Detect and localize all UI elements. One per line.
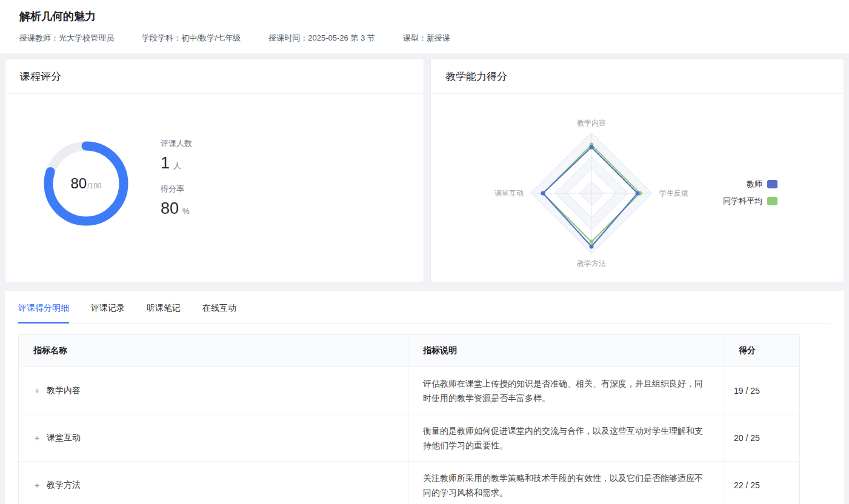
indicator-score-cell: 20 / 25 — [724, 414, 799, 461]
course-score-card: 课程评分 80 /100 评课人数 1 人 得分率 80 % — [5, 58, 424, 282]
tab-listening-notes[interactable]: 听课笔记 — [147, 303, 181, 323]
summary-cards-row: 课程评分 80 /100 评课人数 1 人 得分率 80 % — [0, 53, 849, 282]
stat-evaluator-count-label: 评课人数 — [161, 138, 192, 149]
radar-legend: 教师 同学科平均 — [723, 179, 777, 207]
table-row: + 教学方法 关注教师所采用的教学策略和技术手段的有效性，以及它们是否能够适应不… — [19, 461, 799, 504]
score-detail-table: 指标名称 指标说明 得分 + 教学内容 评估教师在课堂上传授的知识是否准确、相关… — [18, 334, 800, 504]
meta-subject: 学段学科：初中/数学/七年级 — [142, 33, 241, 44]
indicator-desc-cell: 衡量的是教师如何促进课堂内的交流与合作，以及这些互动对学生理解和支持他们学习的重… — [408, 414, 724, 461]
legend-swatch-teacher — [767, 180, 777, 188]
indicator-name-cell: + 课堂互动 — [19, 414, 408, 461]
table-header-row: 指标名称 指标说明 得分 — [19, 335, 799, 366]
legend-item-subject-average[interactable]: 同学科平均 — [723, 196, 777, 207]
indicator-name-cell: + 教学内容 — [19, 367, 408, 414]
stat-score-rate: 80 % — [161, 199, 192, 218]
teaching-ability-card-title: 教学能力得分 — [431, 59, 844, 94]
course-score-card-title: 课程评分 — [5, 59, 424, 94]
meta-teacher: 授课教师：光大学校管理员 — [19, 33, 114, 44]
expand-row-icon[interactable]: + — [33, 386, 41, 396]
indicator-desc-cell: 评估教师在课堂上传授的知识是否准确、相关、有深度，并且组织良好，同时使用的教学资… — [408, 367, 724, 414]
col-header-indicator-name: 指标名称 — [19, 335, 408, 366]
expand-row-icon[interactable]: + — [33, 433, 41, 443]
expand-row-icon[interactable]: + — [33, 480, 41, 490]
details-panel: 评课得分明细 评课记录 听课笔记 在线互动 指标名称 指标说明 得分 + 教学内… — [5, 291, 844, 504]
tab-online-interaction[interactable]: 在线互动 — [202, 303, 236, 323]
col-header-score: 得分 — [724, 335, 799, 366]
stat-evaluator-count: 1 人 — [161, 154, 192, 173]
donut-score-max: /100 — [87, 182, 101, 190]
table-row: + 教学内容 评估教师在课堂上传授的知识是否准确、相关、有深度，并且组织良好，同… — [19, 366, 799, 414]
indicator-desc-cell: 关注教师所采用的教学策略和技术手段的有效性，以及它们是否能够适应不同的学习风格和… — [408, 462, 724, 504]
svg-text:学生反馈: 学生反馈 — [659, 189, 688, 197]
details-tabs: 评课得分明细 评课记录 听课笔记 在线互动 — [18, 291, 831, 323]
score-stats: 评课人数 1 人 得分率 80 % — [161, 138, 192, 229]
tab-score-detail[interactable]: 评课得分明细 — [18, 303, 69, 323]
page-title: 解析几何的魅力 — [19, 8, 831, 24]
donut-score-value: 80 — [70, 175, 87, 192]
course-score-donut-chart: 80 /100 — [41, 138, 132, 229]
indicator-score-cell: 22 / 25 — [724, 462, 799, 504]
svg-text:教学方法: 教学方法 — [577, 259, 606, 268]
teaching-ability-radar-chart: 教学内容学生反馈教学方法课堂互动 — [494, 114, 688, 278]
table-row: + 课堂互动 衡量的是教师如何促进课堂内的交流与合作，以及这些互动对学生理解和支… — [19, 414, 799, 461]
course-score-body: 80 /100 评课人数 1 人 得分率 80 % — [5, 94, 424, 273]
lesson-header: 解析几何的魅力 授课教师：光大学校管理员 学段学科：初中/数学/七年级 授课时间… — [0, 0, 849, 53]
indicator-score-cell: 19 / 25 — [724, 367, 799, 414]
legend-item-teacher[interactable]: 教师 — [747, 179, 777, 190]
table-body: + 教学内容 评估教师在课堂上传授的知识是否准确、相关、有深度，并且组织良好，同… — [19, 366, 799, 504]
donut-center-label: 80 /100 — [70, 175, 101, 192]
stat-score-rate-label: 得分率 — [161, 184, 192, 194]
meta-time: 授课时间：2025-05-26 第 3 节 — [268, 33, 375, 44]
teaching-ability-card: 教学能力得分 教学内容学生反馈教学方法课堂互动 教师 同学科平均 — [430, 58, 844, 282]
svg-text:课堂互动: 课堂互动 — [494, 189, 524, 197]
lesson-meta-row: 授课教师：光大学校管理员 学段学科：初中/数学/七年级 授课时间：2025-05… — [19, 33, 831, 44]
col-header-indicator-desc: 指标说明 — [408, 335, 724, 366]
tab-evaluation-records[interactable]: 评课记录 — [91, 303, 125, 323]
indicator-name-cell: + 教学方法 — [19, 462, 408, 504]
legend-swatch-subject-average — [767, 197, 777, 205]
meta-lesson-type: 课型：新授课 — [403, 33, 450, 44]
svg-text:教学内容: 教学内容 — [577, 119, 606, 127]
